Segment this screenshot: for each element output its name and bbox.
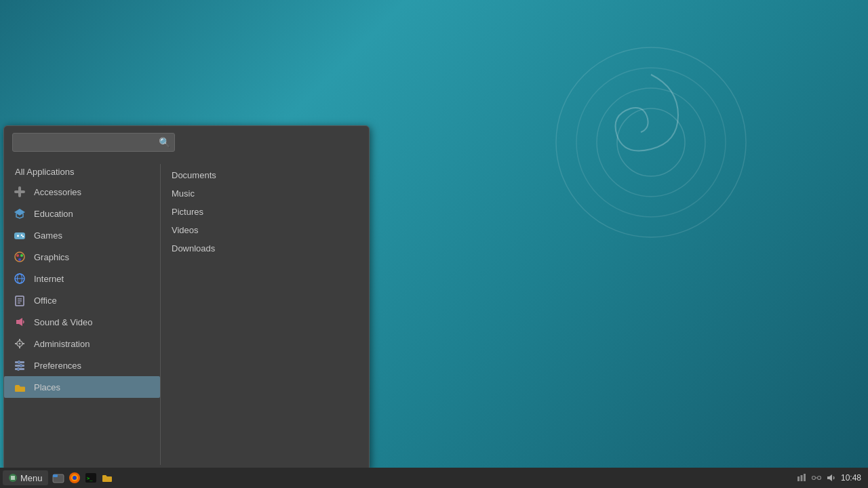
menu-label: Menu (20, 473, 43, 483)
svg-marker-41 (16, 318, 22, 326)
accessories-label: Accessories (34, 187, 81, 197)
education-icon (12, 206, 27, 221)
svg-point-62 (73, 476, 77, 480)
svg-point-3 (617, 108, 685, 176)
graphics-icon (12, 249, 27, 264)
all-applications-item[interactable]: All Applications (4, 163, 160, 181)
sound-video-label: Sound & Video (34, 317, 93, 327)
svg-point-52 (20, 365, 22, 367)
taskbar: Menu >_ (0, 468, 868, 488)
education-label: Education (34, 209, 73, 219)
internet-label: Internet (34, 274, 64, 284)
category-education[interactable]: Education (4, 203, 160, 224)
games-label: Games (34, 230, 62, 241)
category-internet[interactable]: Internet (4, 268, 160, 289)
games-icon (12, 228, 27, 243)
svg-point-31 (16, 254, 19, 257)
taskbar-firefox-icon[interactable] (67, 470, 82, 485)
category-games[interactable]: Games (4, 224, 160, 246)
category-office[interactable]: Office (4, 289, 160, 311)
places-panel: Documents Music Pictures Videos Download… (161, 159, 369, 470)
svg-rect-66 (800, 475, 802, 481)
category-accessories[interactable]: Accessories (4, 181, 160, 203)
search-box[interactable]: 🔍 (12, 133, 175, 152)
svg-point-32 (20, 254, 23, 257)
svg-point-51 (18, 361, 20, 364)
administration-label: Administration (34, 339, 90, 349)
svg-point-33 (18, 258, 21, 261)
menu-body: All Applications Accessories (4, 159, 369, 470)
svg-point-1 (576, 68, 726, 217)
svg-rect-23 (18, 186, 21, 197)
svg-point-53 (17, 368, 20, 371)
svg-point-28 (21, 235, 22, 236)
search-icon[interactable]: 🔍 (159, 137, 170, 148)
places-label: Places (34, 382, 60, 392)
office-icon (12, 293, 27, 308)
svg-rect-59 (53, 474, 58, 477)
app-menu-window: 🔍 All Applications Accessories (3, 125, 370, 471)
svg-point-2 (597, 88, 705, 197)
taskbar-folder-icon[interactable] (100, 470, 115, 485)
place-pictures[interactable]: Pictures (166, 203, 363, 220)
svg-rect-67 (804, 474, 806, 481)
svg-text:>_: >_ (87, 476, 93, 481)
svg-point-43 (19, 343, 21, 345)
preferences-icon (12, 358, 27, 373)
place-downloads[interactable]: Downloads (166, 240, 363, 257)
internet-icon (12, 271, 27, 286)
place-videos[interactable]: Videos (166, 222, 363, 239)
places-icon (12, 380, 27, 394)
svg-marker-71 (827, 474, 832, 481)
categories-panel: All Applications Accessories (4, 159, 160, 470)
category-administration[interactable]: Administration (4, 333, 160, 354)
accessories-icon (12, 184, 27, 199)
category-preferences[interactable]: Preferences (4, 354, 160, 376)
menu-header: 🔍 (4, 126, 369, 159)
category-places[interactable]: Places (4, 376, 160, 398)
administration-icon (12, 336, 27, 351)
taskbar-terminal-icon[interactable]: >_ (83, 470, 98, 485)
network-icon[interactable] (796, 472, 807, 483)
volume-icon[interactable] (826, 472, 837, 483)
clock-display: 10:48 (841, 473, 861, 483)
graphics-label: Graphics (34, 252, 69, 262)
category-sound-video[interactable]: Sound & Video (4, 311, 160, 333)
taskbar-filemanager-icon[interactable] (51, 470, 66, 485)
place-music[interactable]: Music (166, 185, 363, 202)
sound-video-icon (12, 314, 27, 329)
svg-point-0 (556, 47, 746, 237)
svg-rect-65 (797, 476, 800, 481)
desktop-decoration (542, 34, 760, 253)
connections-icon[interactable] (811, 472, 822, 483)
search-input[interactable] (17, 138, 159, 148)
svg-point-69 (817, 476, 821, 480)
svg-point-68 (812, 476, 815, 480)
taskbar-menu-button[interactable]: Menu (3, 470, 48, 485)
svg-point-29 (22, 236, 24, 237)
taskbar-system-tray: 10:48 (796, 472, 865, 483)
preferences-label: Preferences (34, 361, 81, 371)
taskbar-quick-launch: >_ (51, 470, 115, 485)
menu-icon (8, 473, 18, 483)
office-label: Office (34, 296, 57, 306)
category-graphics[interactable]: Graphics (4, 246, 160, 268)
place-documents[interactable]: Documents (166, 167, 363, 184)
